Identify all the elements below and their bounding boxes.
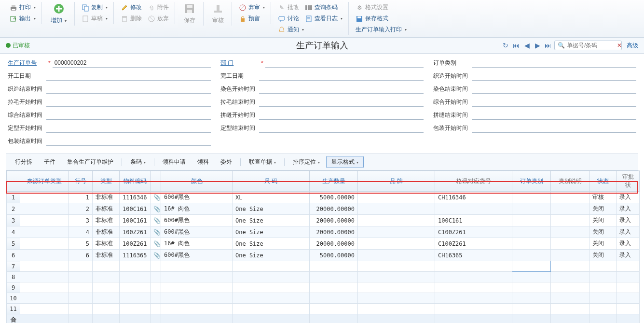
row-split-button[interactable]: 行分拆 — [10, 156, 38, 168]
col-header[interactable]: 物料编码 — [120, 171, 151, 192]
col-header[interactable]: 行号 — [69, 171, 93, 192]
field-label[interactable]: 生产订单号 — [8, 59, 46, 67]
attachment-icon[interactable]: 📎 — [153, 217, 161, 224]
field-input[interactable] — [472, 98, 636, 107]
refresh-button[interactable]: ↻ — [501, 41, 510, 50]
batch-button[interactable]: ✎批改 — [275, 2, 302, 13]
field-input[interactable] — [46, 98, 211, 107]
field-input[interactable] — [259, 98, 424, 107]
field-input[interactable] — [46, 111, 211, 120]
field-input[interactable] — [46, 84, 211, 94]
prev-button[interactable]: ◀ — [522, 41, 531, 50]
field-label[interactable]: 部 门 — [220, 59, 259, 67]
field-input[interactable] — [259, 71, 424, 81]
clear-icon[interactable]: ✕ — [617, 42, 622, 49]
col-header[interactable]: 审批状 — [617, 171, 640, 192]
field-input[interactable] — [472, 124, 636, 133]
form-field-拉毛结束时间: 拉毛结束时间 — [220, 98, 424, 107]
table-row[interactable]: 22非标准100C161📎16# 肉色One Size20000.00000关闭… — [7, 203, 640, 215]
table-row[interactable]: 66非标准1116365📎600#黑色One Size5000.00000CH1… — [7, 250, 640, 261]
print-button[interactable]: 打印▾ — [7, 2, 39, 13]
table-row[interactable]: 55非标准100Z261📎16# 肉色One Size20000.00000C1… — [7, 238, 640, 250]
field-input[interactable] — [265, 58, 424, 68]
table-row-empty[interactable]: 10 — [7, 293, 640, 304]
save-format-button[interactable]: 保存格式 — [353, 13, 410, 24]
attachment-icon[interactable]: 📎 — [153, 252, 161, 259]
notify-button[interactable]: 通知▾ — [275, 24, 345, 35]
last-button[interactable]: ⏭ — [544, 41, 552, 50]
req-apply-button[interactable]: 领料申请 — [157, 156, 191, 168]
col-header[interactable]: 来源订单类型 — [20, 171, 69, 192]
field-input[interactable] — [259, 84, 424, 94]
table-row-empty[interactable]: 7 — [7, 261, 640, 272]
delete-button[interactable]: 删除 — [118, 13, 145, 24]
col-header[interactable]: 颜色 — [161, 171, 233, 192]
table-row[interactable]: 33非标准100C161📎600#黑色One Size20000.0000010… — [7, 215, 640, 226]
field-input[interactable] — [53, 58, 211, 68]
attach-button[interactable]: 附件 — [145, 2, 172, 13]
col-header[interactable] — [7, 171, 20, 192]
col-header[interactable] — [151, 171, 161, 192]
col-header[interactable]: 订单类别 — [512, 171, 551, 192]
field-input[interactable] — [46, 124, 211, 133]
save-button[interactable]: 保存 — [179, 2, 200, 26]
col-header[interactable]: 类型 — [93, 171, 120, 192]
field-label: 综合结束时间 — [8, 111, 46, 119]
attachment-icon[interactable]: 📎 — [153, 194, 161, 201]
add-button[interactable]: 增加 ▾ — [46, 2, 71, 26]
field-label: 织造结束时间 — [8, 85, 46, 93]
outsource-button[interactable]: 委外 — [215, 156, 237, 168]
form-field-包装结束时间: 包装结束时间 — [8, 137, 211, 146]
attachment-icon[interactable]: 📎 — [153, 229, 161, 236]
display-format-button[interactable]: 显示格式▾ — [326, 156, 364, 168]
discuss-button[interactable]: 讨论 — [275, 13, 302, 24]
void-button[interactable]: 放弃 — [145, 13, 172, 24]
child-part-button[interactable]: 子件 — [39, 156, 61, 168]
table-row-empty[interactable]: 8 — [7, 272, 640, 282]
table-row-empty[interactable]: 11 — [7, 304, 640, 314]
field-input[interactable] — [259, 111, 424, 120]
attachment-icon[interactable]: 📎 — [153, 240, 161, 247]
table-row[interactable]: 44非标准100Z261📎600#黑色One Size20000.00000C1… — [7, 226, 640, 238]
audit-button[interactable]: 审核 — [207, 2, 229, 26]
print-order-button[interactable]: 生产订单输入打印▾ — [353, 24, 410, 35]
batch-maint-button[interactable]: 集合生产订单维护 — [62, 156, 119, 168]
preview-button[interactable]: 预留 — [236, 13, 268, 24]
advanced-link[interactable]: 高级 — [627, 42, 638, 50]
field-input[interactable] — [259, 124, 424, 133]
output-button[interactable]: 输出▾ — [7, 13, 39, 24]
next-button[interactable]: ▶ — [533, 41, 542, 50]
field-input[interactable] — [472, 58, 636, 68]
table-row[interactable]: 11非标准1116346📎600#黑色XL5000.00000CH116346审… — [7, 192, 640, 203]
first-button[interactable]: ⏮ — [512, 41, 521, 50]
col-header[interactable]: 类别说明 — [551, 171, 589, 192]
field-input[interactable] — [472, 111, 636, 120]
abandon-audit-button[interactable]: 弃审▾ — [236, 2, 268, 13]
col-header[interactable]: 状态 — [589, 171, 617, 192]
linked-docs-button[interactable]: 联查单据▾ — [244, 156, 281, 168]
col-header[interactable]: 格讯对应货号 — [435, 171, 512, 192]
draft-button[interactable]: 草稿▾ — [79, 13, 110, 24]
search-input[interactable] — [567, 42, 615, 49]
col-header[interactable]: 尺 码 — [233, 171, 310, 192]
col-header[interactable]: 生产数量 — [310, 171, 358, 192]
attachment-icon[interactable]: 📎 — [153, 206, 161, 212]
grid-toolbar: 行分拆 子件 集合生产订单维护 条码▾ 领料申请 领料 委外 联查单据▾ 排序定… — [6, 154, 638, 170]
field-input[interactable] — [46, 71, 211, 81]
form-area: 生产订单号*开工日期织造结束时间拉毛开始时间综合结束时间定型开始时间包装结束时间… — [0, 54, 644, 152]
format-set-button[interactable]: ⚙格式设置 — [353, 2, 410, 13]
field-input[interactable] — [472, 84, 636, 94]
copy-button[interactable]: 复制▾ — [79, 2, 110, 13]
search-box[interactable]: 🔍 ✕ — [554, 41, 622, 50]
modify-button[interactable]: 修改 — [118, 2, 145, 13]
field-input[interactable] — [46, 137, 211, 146]
col-header[interactable]: 品 牌 — [358, 171, 435, 192]
field-input[interactable] — [472, 71, 636, 81]
save-icon — [184, 3, 195, 14]
barcode-button[interactable]: 条码▾ — [125, 156, 151, 168]
query-barcode-button[interactable]: 查询条码 — [302, 2, 341, 13]
view-log-button[interactable]: 查看日志▾ — [302, 13, 345, 24]
table-row-empty[interactable]: 9 — [7, 282, 640, 293]
req-button[interactable]: 领料 — [192, 156, 214, 168]
sort-button[interactable]: 排序定位▾ — [288, 156, 325, 168]
